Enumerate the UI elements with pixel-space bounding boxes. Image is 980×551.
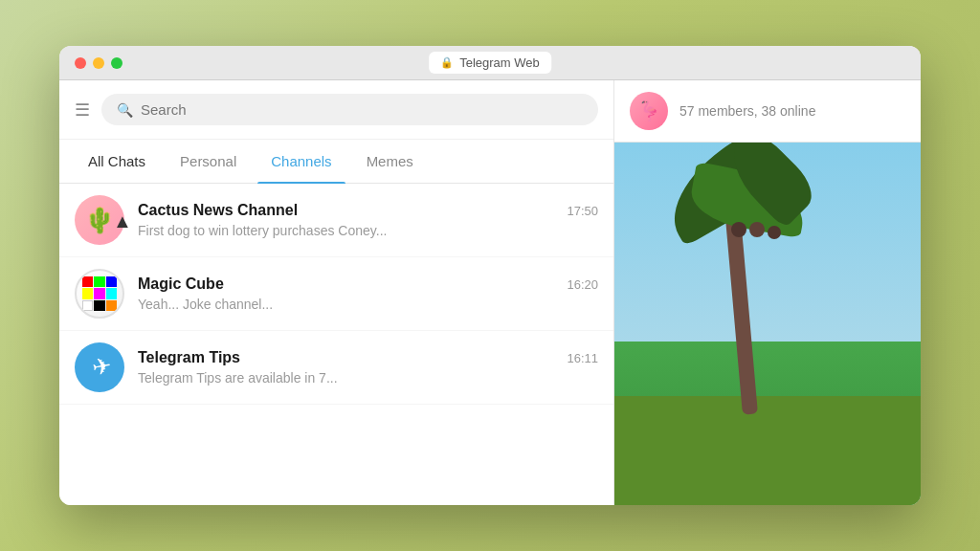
chat-name: Cactus News Channel (138, 202, 298, 219)
coconut-1 (731, 222, 746, 237)
close-button[interactable] (75, 57, 86, 69)
coconut-2 (749, 222, 765, 237)
lock-icon: 🔒 (440, 56, 454, 69)
chat-header: 🦩 57 members, 38 online (614, 80, 921, 143)
coconuts (731, 222, 781, 239)
chat-preview-telegram: Telegram Tips are available in 7... (138, 370, 598, 386)
chat-item-telegram-tips[interactable]: ✈ Telegram Tips 16:11 Telegram Tips are … (59, 331, 613, 405)
chat-preview: First dog to win lottery purchases Coney… (138, 223, 598, 238)
coconut-3 (768, 226, 781, 239)
address-bar[interactable]: 🔒 Telegram Web (429, 52, 551, 74)
chat-name-telegram: Telegram Tips (138, 349, 240, 366)
maximize-button[interactable] (111, 57, 122, 69)
address-text: Telegram Web (459, 55, 540, 70)
avatar-telegram-tips: ✈ (75, 342, 124, 392)
chat-preview-magic: Yeah... Joke channel... (138, 297, 598, 312)
search-input-wrapper[interactable]: 🔍 (101, 94, 598, 125)
browser-window: 🔒 Telegram Web ☰ 🔍 All Chats Personal (59, 46, 921, 505)
browser-content: ☰ 🔍 All Chats Personal Channels Mem (59, 80, 921, 505)
tab-channels[interactable]: Channels (257, 140, 345, 183)
chat-info-cactus-news: Cactus News Channel 17:50 First dog to w… (138, 202, 598, 238)
minimize-button[interactable] (93, 57, 104, 69)
browser-titlebar: 🔒 Telegram Web (59, 46, 921, 80)
left-panel: ☰ 🔍 All Chats Personal Channels Mem (59, 80, 614, 505)
avatar-magic-cube (75, 269, 124, 319)
header-avatar: 🦩 (630, 92, 668, 130)
chat-time-magic: 16:20 (567, 277, 598, 292)
chat-info-telegram-tips: Telegram Tips 16:11 Telegram Tips are av… (138, 349, 598, 386)
traffic-lights (75, 57, 122, 69)
ground (614, 396, 921, 505)
chat-time: 17:50 (567, 204, 598, 218)
chat-name-row-telegram: Telegram Tips 16:11 (138, 349, 598, 366)
search-bar-row: ☰ 🔍 (59, 80, 613, 140)
hamburger-icon[interactable]: ☰ (75, 99, 90, 121)
chat-info-magic-cube: Magic Cube 16:20 Yeah... Joke channel... (138, 276, 598, 312)
chat-item-cactus-news[interactable]: 🌵 Cactus News Channel 17:50 First dog to… (59, 184, 613, 257)
search-icon: 🔍 (117, 102, 133, 118)
members-count: 57 members, 38 online (679, 103, 905, 119)
chat-header-info: 57 members, 38 online (679, 103, 905, 119)
chat-time-telegram: 16:11 (567, 351, 598, 365)
chat-name-magic: Magic Cube (138, 276, 224, 293)
right-panel: 🦩 57 members, 38 online (614, 80, 921, 505)
avatar-cactus-news: 🌵 (75, 195, 124, 245)
search-input[interactable] (141, 101, 583, 118)
palm-tree-image (614, 143, 921, 505)
chat-list: 🌵 Cactus News Channel 17:50 First dog to… (59, 184, 613, 505)
flamingo-icon: 🦩 (637, 99, 661, 122)
tab-memes[interactable]: Memes (353, 140, 427, 183)
chat-name-row: Cactus News Channel 17:50 (138, 202, 598, 219)
telegram-icon: ✈ (90, 352, 114, 382)
chat-messages (614, 143, 921, 505)
chat-item-magic-cube[interactable]: Magic Cube 16:20 Yeah... Joke channel... (59, 257, 613, 331)
tabs-row: All Chats Personal Channels Memes (59, 140, 613, 184)
tab-personal[interactable]: Personal (167, 140, 250, 183)
chat-name-row-magic: Magic Cube 16:20 (138, 276, 598, 293)
tab-all-chats[interactable]: All Chats (75, 140, 159, 183)
